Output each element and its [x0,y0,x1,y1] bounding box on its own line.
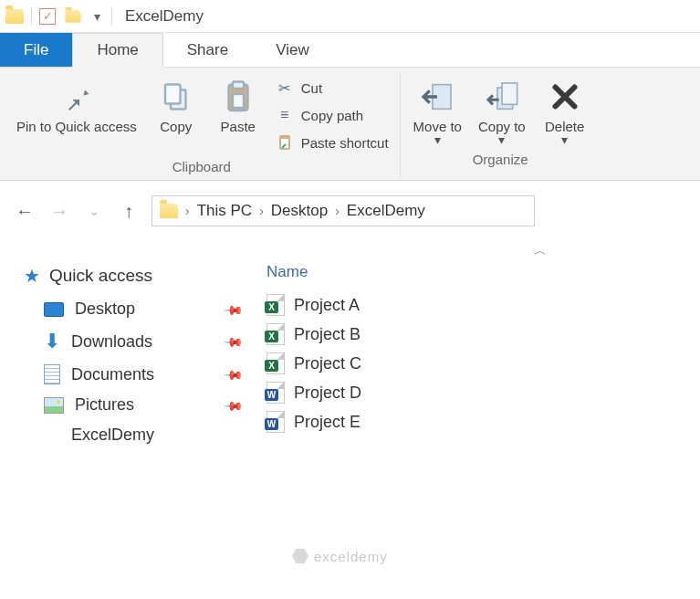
paste-shortcut-icon [276,133,294,152]
delete-icon [545,77,585,117]
file-item[interactable]: X Project C [261,349,700,378]
title-bar: ✓ ▾ ExcelDemy [0,0,700,33]
chevron-right-icon: › [185,204,190,218]
word-file-icon: W [266,411,285,433]
sidebar-item-label: Documents [71,365,154,384]
tab-view[interactable]: View [252,33,333,67]
sidebar-item-documents[interactable]: Documents 📌 [18,359,246,390]
pin-icon: 📌 [223,331,244,352]
excel-file-icon: X [266,352,285,374]
dropdown-icon: ▾ [561,136,568,143]
nav-back-button[interactable]: ← [13,199,37,223]
chevron-right-icon: › [335,204,340,218]
dropdown-icon: ▾ [434,136,441,143]
ribbon: Pin to Quick access Copy Paste ✂ Cut [0,68,700,181]
pin-icon: 📌 [223,363,244,384]
breadcrumb-segment[interactable]: ExcelDemy [347,202,425,220]
group-label: Clipboard [172,153,231,178]
paste-icon [218,77,258,117]
breadcrumb-segment[interactable]: This PC [197,202,252,220]
move-to-icon [417,77,457,117]
downloads-icon: ⬇ [44,330,60,353]
column-header-name[interactable]: Name [261,261,700,290]
sidebar-item-desktop[interactable]: Desktop 📌 [18,294,246,324]
button-label: Copy [160,119,192,134]
pictures-icon [44,397,64,414]
titlebar-divider [111,7,112,26]
file-name: Project A [294,296,360,315]
button-label: Copy path [301,108,363,123]
quick-access-star-icon: ★ [24,265,40,287]
copy-path-button[interactable]: ≡ Copy path [272,104,392,126]
nav-recent-dropdown[interactable]: ⌄ [82,199,106,223]
delete-button[interactable]: Delete ▾ [537,73,593,146]
paste-shortcut-button[interactable]: Paste shortcut [272,131,392,153]
window-title: ExcelDemy [120,7,204,26]
pin-icon: 📌 [223,299,244,320]
button-label: Paste [221,119,256,134]
sidebar-item-label: ExcelDemy [71,426,154,445]
button-label: Cut [301,80,322,96]
copy-path-icon: ≡ [276,106,294,124]
breadcrumb-segment[interactable]: Desktop [271,202,328,220]
sidebar-item-quick-access[interactable]: ★ Quick access [18,261,246,294]
svg-rect-3 [233,82,244,89]
sidebar-item-label: Desktop [75,300,135,319]
main-area: ★ Quick access Desktop 📌 ⬇ Downloads 📌 D… [0,237,700,478]
file-name: Project B [294,325,360,344]
qat-properties-icon[interactable]: ✓ [39,8,56,25]
sidebar-item-label: Quick access [49,266,152,286]
navigation-bar: ← → ⌄ ↑ › This PC › Desktop › ExcelDemy [0,181,700,237]
qat-new-folder-icon[interactable] [63,8,83,25]
titlebar-divider [31,7,32,26]
sidebar-item-exceldemy[interactable]: ExcelDemy [18,420,246,450]
pin-to-quick-access-button[interactable]: Pin to Quick access [11,73,142,136]
file-name: Project D [294,384,361,403]
file-item[interactable]: W Project D [261,378,700,407]
pin-icon [57,77,97,117]
qat-dropdown-icon[interactable]: ▾ [90,9,104,24]
breadcrumb-folder-icon [160,204,178,218]
cut-button[interactable]: ✂ Cut [272,77,392,99]
breadcrumb-bar[interactable]: › This PC › Desktop › ExcelDemy [151,195,535,226]
sort-indicator-icon[interactable]: ︿ [380,239,700,261]
word-file-icon: W [266,382,285,404]
tab-share[interactable]: Share [163,33,252,67]
tab-file[interactable]: File [0,33,72,67]
file-item[interactable]: W Project E [261,407,700,436]
paste-button[interactable]: Paste [210,73,266,136]
copy-to-button[interactable]: Copy to ▾ [473,73,531,146]
sidebar-item-label: Downloads [71,332,152,352]
tab-home[interactable]: Home [72,33,162,68]
copy-to-icon [482,77,522,117]
ribbon-tabs: File Home Share View [0,33,700,68]
file-item[interactable]: X Project B [261,320,700,349]
tab-label: Home [97,41,138,59]
chevron-right-icon: › [259,204,264,218]
group-label: Organize [473,146,528,171]
copy-icon [156,77,196,117]
move-to-button[interactable]: Move to ▾ [408,73,467,146]
copy-button[interactable]: Copy [148,73,204,136]
cut-icon: ✂ [276,79,294,97]
nav-forward-button[interactable]: → [47,199,71,223]
file-list-pane: ︿ Name X Project A X Project B X Project… [256,239,700,450]
button-label: Pin to Quick access [16,119,137,134]
navigation-pane: ★ Quick access Desktop 📌 ⬇ Downloads 📌 D… [18,239,246,450]
svg-rect-9 [502,83,517,104]
file-item[interactable]: X Project A [261,290,700,320]
pin-icon: 📌 [223,394,244,415]
documents-icon [44,364,60,384]
nav-up-button[interactable]: ↑ [117,199,141,223]
sidebar-item-pictures[interactable]: Pictures 📌 [18,390,246,420]
file-name: Project C [294,354,361,373]
tab-label: Share [187,41,228,59]
excel-file-icon: X [266,323,285,345]
tab-label: View [276,41,309,59]
button-label: Paste shortcut [301,135,389,151]
sidebar-item-label: Pictures [75,395,134,415]
dropdown-icon: ▾ [498,136,505,143]
ribbon-group-organize: Move to ▾ Copy to ▾ Delete ▾ Organize [400,73,601,178]
desktop-icon [44,302,64,317]
sidebar-item-downloads[interactable]: ⬇ Downloads 📌 [18,324,246,359]
